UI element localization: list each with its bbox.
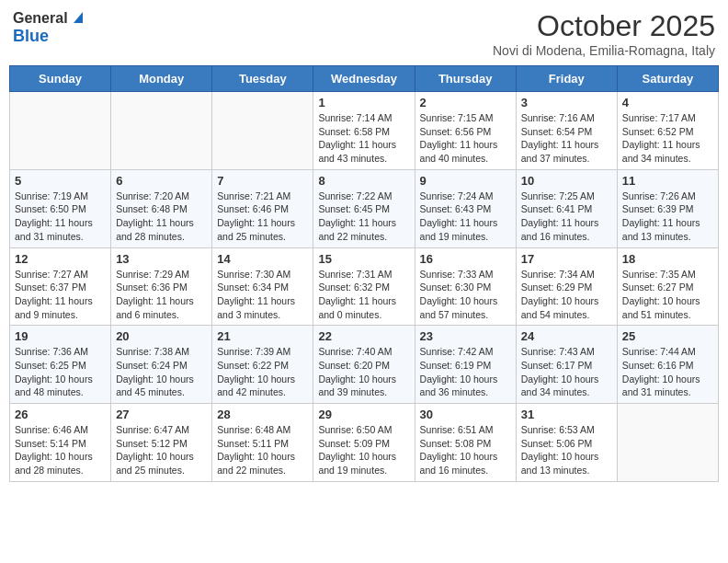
day-cell-13: 13Sunrise: 7:29 AMSunset: 6:36 PMDayligh… — [111, 247, 212, 326]
day-number: 7 — [217, 174, 308, 188]
day-info: Sunrise: 7:17 AMSunset: 6:52 PMDaylight:… — [622, 111, 713, 166]
day-number: 17 — [521, 252, 612, 266]
logo-triangle-icon — [70, 9, 83, 28]
day-cell-2: 2Sunrise: 7:15 AMSunset: 6:56 PMDaylight… — [415, 92, 516, 170]
day-info: Sunrise: 7:34 AMSunset: 6:29 PMDaylight:… — [521, 268, 612, 322]
weekday-header-row: SundayMondayTuesdayWednesdayThursdayFrid… — [10, 66, 719, 92]
day-info: Sunrise: 6:51 AMSunset: 5:08 PMDaylight:… — [420, 423, 511, 477]
day-number: 19 — [15, 329, 106, 343]
day-number: 21 — [217, 329, 308, 343]
day-number: 4 — [622, 96, 713, 109]
day-cell-8: 8Sunrise: 7:22 AMSunset: 6:45 PMDaylight… — [313, 169, 415, 247]
day-cell-25: 25Sunrise: 7:44 AMSunset: 6:16 PMDayligh… — [617, 326, 718, 404]
day-info: Sunrise: 7:42 AMSunset: 6:19 PMDaylight:… — [420, 345, 511, 399]
day-cell-22: 22Sunrise: 7:40 AMSunset: 6:20 PMDayligh… — [313, 326, 415, 404]
svg-marker-0 — [74, 12, 83, 23]
day-info: Sunrise: 7:33 AMSunset: 6:30 PMDaylight:… — [420, 268, 511, 322]
empty-cell — [111, 92, 212, 170]
day-cell-18: 18Sunrise: 7:35 AMSunset: 6:27 PMDayligh… — [617, 247, 718, 326]
day-info: Sunrise: 7:22 AMSunset: 6:45 PMDaylight:… — [318, 190, 409, 244]
day-cell-31: 31Sunrise: 6:53 AMSunset: 5:06 PMDayligh… — [516, 404, 617, 482]
day-cell-7: 7Sunrise: 7:21 AMSunset: 6:46 PMDaylight… — [212, 169, 313, 247]
day-number: 20 — [116, 329, 207, 343]
day-number: 25 — [622, 329, 713, 343]
day-number: 5 — [15, 174, 106, 188]
day-number: 13 — [116, 252, 207, 266]
day-number: 12 — [15, 252, 106, 266]
day-number: 16 — [420, 252, 511, 266]
day-number: 28 — [217, 408, 308, 421]
day-cell-14: 14Sunrise: 7:30 AMSunset: 6:34 PMDayligh… — [212, 247, 313, 326]
day-number: 29 — [318, 408, 409, 421]
day-info: Sunrise: 7:25 AMSunset: 6:41 PMDaylight:… — [521, 190, 612, 244]
day-number: 30 — [420, 408, 511, 421]
day-cell-15: 15Sunrise: 7:31 AMSunset: 6:32 PMDayligh… — [313, 247, 415, 326]
week-row-3: 12Sunrise: 7:27 AMSunset: 6:37 PMDayligh… — [10, 247, 719, 326]
day-info: Sunrise: 7:21 AMSunset: 6:46 PMDaylight:… — [217, 190, 308, 244]
day-cell-9: 9Sunrise: 7:24 AMSunset: 6:43 PMDaylight… — [415, 169, 516, 247]
day-cell-12: 12Sunrise: 7:27 AMSunset: 6:37 PMDayligh… — [10, 247, 111, 326]
day-cell-6: 6Sunrise: 7:20 AMSunset: 6:48 PMDaylight… — [111, 169, 212, 247]
page-header: General Blue October 2025 Novi di Modena… — [9, 9, 719, 58]
day-info: Sunrise: 7:38 AMSunset: 6:24 PMDaylight:… — [116, 345, 207, 399]
day-cell-28: 28Sunrise: 6:48 AMSunset: 5:11 PMDayligh… — [212, 404, 313, 482]
day-info: Sunrise: 7:44 AMSunset: 6:16 PMDaylight:… — [622, 345, 713, 399]
day-cell-21: 21Sunrise: 7:39 AMSunset: 6:22 PMDayligh… — [212, 326, 313, 404]
day-number: 24 — [521, 329, 612, 343]
day-number: 18 — [622, 252, 713, 266]
week-row-5: 26Sunrise: 6:46 AMSunset: 5:14 PMDayligh… — [10, 404, 719, 482]
day-number: 3 — [521, 96, 612, 109]
day-info: Sunrise: 7:31 AMSunset: 6:32 PMDaylight:… — [318, 268, 409, 322]
day-info: Sunrise: 6:53 AMSunset: 5:06 PMDaylight:… — [521, 423, 612, 477]
day-info: Sunrise: 6:46 AMSunset: 5:14 PMDaylight:… — [15, 423, 106, 477]
empty-cell — [212, 92, 313, 170]
day-info: Sunrise: 6:47 AMSunset: 5:12 PMDaylight:… — [116, 423, 207, 477]
day-cell-5: 5Sunrise: 7:19 AMSunset: 6:50 PMDaylight… — [10, 169, 111, 247]
day-cell-17: 17Sunrise: 7:34 AMSunset: 6:29 PMDayligh… — [516, 247, 617, 326]
weekday-header-wednesday: Wednesday — [313, 66, 415, 92]
day-number: 22 — [318, 329, 409, 343]
day-info: Sunrise: 7:20 AMSunset: 6:48 PMDaylight:… — [116, 190, 207, 244]
day-cell-16: 16Sunrise: 7:33 AMSunset: 6:30 PMDayligh… — [415, 247, 516, 326]
logo-blue-text: Blue — [13, 28, 49, 46]
weekday-header-sunday: Sunday — [10, 66, 111, 92]
weekday-header-monday: Monday — [111, 66, 212, 92]
calendar-table: SundayMondayTuesdayWednesdayThursdayFrid… — [9, 65, 719, 482]
day-number: 27 — [116, 408, 207, 421]
weekday-header-friday: Friday — [516, 66, 617, 92]
title-area: October 2025 Novi di Modena, Emilia-Roma… — [493, 9, 715, 58]
day-cell-11: 11Sunrise: 7:26 AMSunset: 6:39 PMDayligh… — [617, 169, 718, 247]
day-cell-3: 3Sunrise: 7:16 AMSunset: 6:54 PMDaylight… — [516, 92, 617, 170]
day-number: 15 — [318, 252, 409, 266]
day-number: 23 — [420, 329, 511, 343]
week-row-2: 5Sunrise: 7:19 AMSunset: 6:50 PMDaylight… — [10, 169, 719, 247]
day-number: 14 — [217, 252, 308, 266]
day-cell-27: 27Sunrise: 6:47 AMSunset: 5:12 PMDayligh… — [111, 404, 212, 482]
day-cell-4: 4Sunrise: 7:17 AMSunset: 6:52 PMDaylight… — [617, 92, 718, 170]
day-number: 8 — [318, 174, 409, 188]
day-cell-26: 26Sunrise: 6:46 AMSunset: 5:14 PMDayligh… — [10, 404, 111, 482]
weekday-header-thursday: Thursday — [415, 66, 516, 92]
day-info: Sunrise: 7:24 AMSunset: 6:43 PMDaylight:… — [420, 190, 511, 244]
day-number: 6 — [116, 174, 207, 188]
day-cell-24: 24Sunrise: 7:43 AMSunset: 6:17 PMDayligh… — [516, 326, 617, 404]
day-number: 10 — [521, 174, 612, 188]
weekday-header-tuesday: Tuesday — [212, 66, 313, 92]
day-info: Sunrise: 7:35 AMSunset: 6:27 PMDaylight:… — [622, 268, 713, 322]
day-info: Sunrise: 7:39 AMSunset: 6:22 PMDaylight:… — [217, 345, 308, 399]
day-info: Sunrise: 7:16 AMSunset: 6:54 PMDaylight:… — [521, 111, 612, 166]
day-number: 9 — [420, 174, 511, 188]
day-info: Sunrise: 7:29 AMSunset: 6:36 PMDaylight:… — [116, 268, 207, 322]
month-title: October 2025 — [493, 9, 715, 43]
day-info: Sunrise: 7:27 AMSunset: 6:37 PMDaylight:… — [15, 268, 106, 322]
day-info: Sunrise: 7:36 AMSunset: 6:25 PMDaylight:… — [15, 345, 106, 399]
empty-cell — [617, 404, 718, 482]
day-info: Sunrise: 7:19 AMSunset: 6:50 PMDaylight:… — [15, 190, 106, 244]
day-number: 11 — [622, 174, 713, 188]
week-row-1: 1Sunrise: 7:14 AMSunset: 6:58 PMDaylight… — [10, 92, 719, 170]
day-cell-10: 10Sunrise: 7:25 AMSunset: 6:41 PMDayligh… — [516, 169, 617, 247]
day-number: 31 — [521, 408, 612, 421]
week-row-4: 19Sunrise: 7:36 AMSunset: 6:25 PMDayligh… — [10, 326, 719, 404]
location-subtitle: Novi di Modena, Emilia-Romagna, Italy — [493, 43, 715, 58]
day-cell-20: 20Sunrise: 7:38 AMSunset: 6:24 PMDayligh… — [111, 326, 212, 404]
